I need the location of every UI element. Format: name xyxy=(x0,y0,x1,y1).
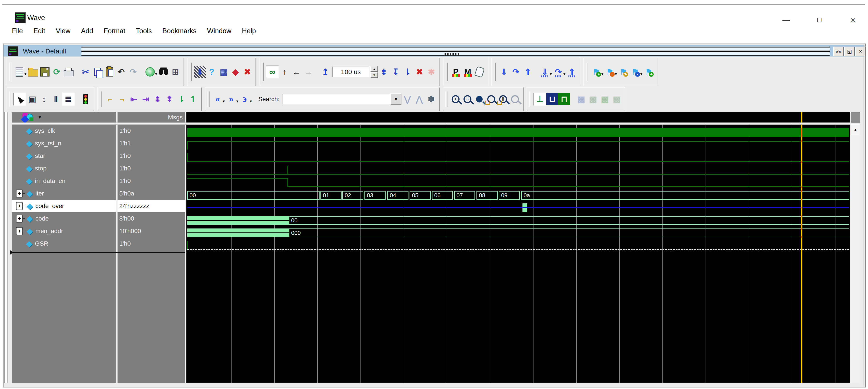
simulate-button[interactable]: ▦ xyxy=(218,66,229,78)
zoom-cursor-button[interactable] xyxy=(485,93,497,105)
insert-clock-button[interactable]: ⌐ xyxy=(104,93,116,105)
time-spin-down-icon[interactable]: ▼ xyxy=(370,72,378,78)
reload-edges-button[interactable]: ↷ xyxy=(510,66,522,78)
next-rising-button[interactable]: ↿ xyxy=(187,93,199,105)
signal-row-code[interactable]: +◆code xyxy=(12,212,116,225)
insert-cursor-2-button[interactable]: ⊥ xyxy=(533,93,546,105)
search-forward-button[interactable]: ⋀ xyxy=(413,93,425,105)
expand-toggle-icon[interactable]: + xyxy=(16,227,23,235)
waveform-canvas[interactable]: 000102030405060708090a00000 xyxy=(187,124,850,383)
compile-button[interactable]: ⇓ xyxy=(194,66,206,78)
print-button[interactable] xyxy=(63,66,74,78)
parent-scope-button[interactable]: ↑ xyxy=(279,66,290,78)
signal-value-row-sys_clk[interactable]: 1'h0 xyxy=(118,125,185,137)
edit-bookmark-button[interactable]: ⚑✎ xyxy=(617,66,629,78)
next-edge-locked-button[interactable]: ⇑ xyxy=(566,66,578,78)
menu-view[interactable]: View xyxy=(51,27,76,35)
signal-row-sys_rst_n[interactable]: ◆sys_rst_n xyxy=(12,137,116,150)
zoom-full-button[interactable] xyxy=(473,93,485,105)
back-button[interactable]: ← xyxy=(290,66,302,78)
signal-row-code_over[interactable]: +◆code_over xyxy=(12,200,116,212)
prev-transition-edge-button[interactable]: ⇤ xyxy=(128,93,140,105)
signal-value-row-GSR[interactable]: 1'h0 xyxy=(118,237,185,250)
search-dropdown-button[interactable]: ▼ xyxy=(391,93,401,105)
edit-mode-button[interactable]: ≣ xyxy=(62,93,74,105)
signal-names-pane[interactable]: ◆sys_clk◆sys_rst_n◆star◆stop◆in_data_en+… xyxy=(12,123,116,383)
prev-edge-locked-button[interactable]: ⇓ xyxy=(539,66,551,78)
goto-bookmark-button[interactable]: ⚑➜ xyxy=(643,66,655,78)
save-bookmarks-button[interactable]: ⚑▪ xyxy=(629,66,641,78)
signal-value-row-men_addr[interactable]: 10'h000 xyxy=(118,225,185,237)
next-edge-cursor-button[interactable]: ⊓ xyxy=(558,93,570,105)
pattern-3-button[interactable]: ▩ xyxy=(599,93,611,105)
time-range-field[interactable]: 100 us xyxy=(332,67,370,77)
sync-cursors-button[interactable]: ✱ xyxy=(426,66,437,78)
signal-row-star[interactable]: ◆star xyxy=(12,150,116,162)
new-file-button[interactable] xyxy=(13,66,25,78)
scrollbar-up-icon[interactable]: ▲ xyxy=(851,124,860,135)
expand-toggle-icon[interactable]: + xyxy=(16,202,23,210)
panel-undock-button[interactable]: ww xyxy=(833,46,844,56)
zoom-mode-button[interactable] xyxy=(509,93,521,105)
group-dropdown-icon[interactable]: ▼ xyxy=(38,115,42,120)
pattern-2-button[interactable]: ▩ xyxy=(587,93,599,105)
delete-bookmark-button[interactable]: ⚑− xyxy=(604,66,616,78)
signal-value-row-in_data_en[interactable]: 1'h0 xyxy=(118,174,185,187)
redo-button[interactable]: ↷ xyxy=(127,66,139,78)
object-mode-button[interactable]: ▣ xyxy=(26,93,38,105)
profile-m-button[interactable]: M xyxy=(462,66,474,78)
reload-button[interactable]: ⟳ xyxy=(51,66,63,78)
signal-row-iter[interactable]: +◆iter xyxy=(12,187,116,200)
signal-value-row-iter[interactable]: 5'h0a xyxy=(118,187,185,200)
add-wave-button[interactable]: + xyxy=(144,66,156,78)
stop-sim-button[interactable] xyxy=(80,93,92,105)
panel-restore-button[interactable]: ◱ xyxy=(844,46,855,56)
next-transition-button[interactable]: ⇂ xyxy=(402,66,413,78)
select-mode-button[interactable] xyxy=(13,93,26,105)
copy-button[interactable] xyxy=(92,66,103,78)
column-separator[interactable] xyxy=(185,112,186,383)
prev-edge-cursor-button[interactable]: ⊔ xyxy=(546,93,558,105)
add-bookmark-button[interactable]: ⚑+ xyxy=(590,66,602,78)
forward-button[interactable]: → xyxy=(302,66,314,78)
menu-file[interactable]: File xyxy=(7,27,28,35)
expand-toggle-icon[interactable]: + xyxy=(16,190,23,197)
signal-value-row-sys_rst_n[interactable]: 1'h1 xyxy=(118,137,185,150)
save-button[interactable] xyxy=(39,66,51,78)
delete-cursor-button[interactable]: ✖ xyxy=(413,66,426,78)
undo-button[interactable]: ↶ xyxy=(115,66,127,78)
insert-clock2-button[interactable]: ⌐ xyxy=(116,93,128,105)
signal-row-in_data_en[interactable]: ◆in_data_en xyxy=(12,174,116,187)
names-header[interactable]: ▼ xyxy=(12,112,116,123)
search-options-button[interactable]: ✽ xyxy=(425,93,437,105)
title-bar[interactable]: Wave — □ × xyxy=(3,5,865,23)
prev-edge-button[interactable]: ⇓ xyxy=(498,66,510,78)
msgs-column-header[interactable]: Msgs xyxy=(118,112,185,123)
prev-rising-button[interactable]: ⇂ xyxy=(176,93,187,105)
expand-time-in-button[interactable]: « xyxy=(212,93,224,105)
pan-hand-button[interactable] xyxy=(474,66,486,78)
profile-p-button[interactable]: P xyxy=(450,66,462,78)
find-signal-button[interactable]: ◆ xyxy=(229,66,241,78)
column-separator[interactable] xyxy=(116,112,118,383)
signal-row-men_addr[interactable]: +◆men_addr xyxy=(12,225,116,237)
search-input[interactable] xyxy=(283,94,391,104)
menu-edit[interactable]: Edit xyxy=(28,27,51,35)
virtual-mode-button[interactable]: ‖ xyxy=(50,93,62,105)
zoom-out-button[interactable]: − xyxy=(462,93,473,105)
zoom-range-button[interactable]: ‖ xyxy=(497,93,509,105)
signal-row-GSR[interactable]: ◆GSR xyxy=(12,237,116,250)
menu-bookmarks[interactable]: Bookmarks xyxy=(157,27,202,35)
menu-window[interactable]: Window xyxy=(202,27,237,35)
expand-windows-button[interactable]: ⊞ xyxy=(169,66,181,78)
paste-button[interactable] xyxy=(103,66,115,78)
next-edge-button[interactable]: ⇑ xyxy=(522,66,534,78)
left-scrollbar-strip[interactable] xyxy=(4,112,8,383)
delete-wave-button[interactable]: ✖ xyxy=(241,66,253,78)
time-spin-up-icon[interactable]: ▲ xyxy=(370,66,378,72)
expand-toggle-icon[interactable]: + xyxy=(16,215,23,223)
signal-values-pane[interactable]: 1'h01'h11'h01'h01'h05'h0a24'hzzzzzz8'h00… xyxy=(118,123,185,383)
find-button[interactable] xyxy=(158,66,169,78)
vertical-scrollbar[interactable] xyxy=(851,135,860,383)
prev-falling-button[interactable]: ⇟ xyxy=(152,93,163,105)
